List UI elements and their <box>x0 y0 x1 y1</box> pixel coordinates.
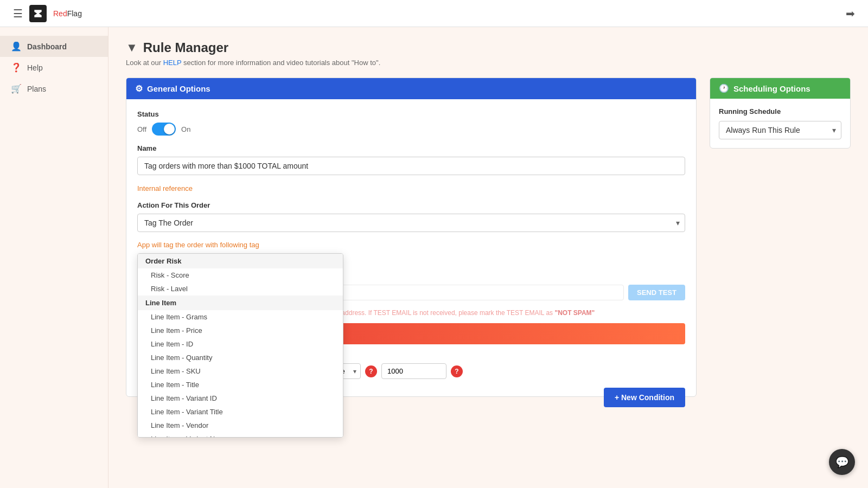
action-group: Action For This Order Tag The Order Send… <box>137 201 685 232</box>
tag-note: App will tag the order with following ta… <box>137 241 685 249</box>
dashboard-icon: 👤 <box>11 41 22 52</box>
name-label: Name <box>137 144 685 152</box>
dropdown-item-li-title[interactable]: Line Item - Title <box>138 378 343 391</box>
page-header: ▼ Rule Manager <box>126 40 851 55</box>
condition-value-type-help-button[interactable]: ? <box>365 365 377 377</box>
dropdown-section-line-item: Line Item <box>138 296 343 310</box>
status-toggle[interactable] <box>152 123 176 136</box>
dropdown-overlay: Order Risk Risk - Score Risk - Lavel Lin… <box>137 253 685 300</box>
scheduling-header: 🕐 Scheduling Options <box>710 78 850 99</box>
chat-bubble[interactable]: 💬 <box>829 449 855 475</box>
internal-reference-link[interactable]: Internal reference <box>137 184 193 192</box>
dropdown-item-li-variant-title[interactable]: Line Item - Variant Title <box>138 405 343 419</box>
page-title: Rule Manager <box>143 40 228 55</box>
help-link[interactable]: HELP <box>163 59 182 67</box>
name-input[interactable] <box>137 157 685 175</box>
schedule-select[interactable]: Always Run This Rule Run On Schedule <box>719 121 841 139</box>
action-select[interactable]: Tag The Order Send Email Add Note Cancel… <box>137 214 685 232</box>
dropdown-item-li-grams[interactable]: Line Item - Grams <box>138 310 343 324</box>
hamburger-menu[interactable]: ☰ <box>13 7 23 20</box>
dropdown-item-risk-lavel[interactable]: Risk - Lavel <box>138 282 343 296</box>
condition-value-help-button[interactable]: ? <box>451 365 463 377</box>
page-subtitle: Look at our HELP section for more inform… <box>126 59 851 67</box>
send-test-button[interactable]: SEND TEST <box>628 285 685 300</box>
status-off-label: Off <box>137 125 146 133</box>
dropdown-menu[interactable]: Order Risk Risk - Score Risk - Lavel Lin… <box>137 253 343 438</box>
dropdown-item-risk-score[interactable]: Risk - Score <box>138 268 343 282</box>
dropdown-item-li-variant-name[interactable]: Line Item - Variant Name <box>138 432 343 438</box>
status-group: Status Off On <box>137 110 685 136</box>
gear-icon: ⚙ <box>135 84 143 94</box>
logo-text: RedFlag <box>53 9 82 18</box>
logout-icon[interactable]: ➡ <box>846 7 855 20</box>
schedule-label: Running Schedule <box>719 107 841 115</box>
scheduling-card: 🕐 Scheduling Options Running Schedule Al… <box>710 78 851 149</box>
clock-icon: 🕐 <box>719 84 729 93</box>
logo-icon <box>29 5 47 22</box>
dropdown-item-li-quantity[interactable]: Line Item - Quantity <box>138 351 343 364</box>
sidebar-item-help[interactable]: ❓ Help <box>0 57 108 78</box>
main-content: ▼ Rule Manager Look at our HELP section … <box>108 27 868 488</box>
name-group: Name Internal reference <box>137 144 685 192</box>
sidebar-item-plans[interactable]: 🛒 Plans <box>0 78 108 99</box>
filter-icon: ▼ <box>126 41 138 55</box>
status-on-label: On <box>181 125 190 133</box>
dropdown-item-li-sku[interactable]: Line Item - SKU <box>138 364 343 378</box>
chat-icon: 💬 <box>835 455 849 468</box>
dropdown-item-li-price[interactable]: Line Item - Price <box>138 324 343 337</box>
general-options-card: ⚙ General Options Status Off <box>126 78 697 397</box>
new-condition-button[interactable]: + New Condition <box>604 388 685 407</box>
action-label: Action For This Order <box>137 201 685 209</box>
sidebar: 👤 Dashboard ❓ Help 🛒 Plans <box>0 27 108 488</box>
scheduling-sidebar: 🕐 Scheduling Options Running Schedule Al… <box>710 78 851 407</box>
dropdown-section-order-risk: Order Risk <box>138 254 343 268</box>
general-options-header: ⚙ General Options <box>126 78 696 99</box>
dropdown-item-li-id[interactable]: Line Item - ID <box>138 337 343 351</box>
dropdown-item-li-vendor[interactable]: Line Item - Vendor <box>138 419 343 432</box>
status-label: Status <box>137 110 685 118</box>
dropdown-item-li-variant-id[interactable]: Line Item - Variant ID <box>138 391 343 405</box>
condition-value-input[interactable] <box>381 363 446 379</box>
plans-icon: 🛒 <box>11 84 22 94</box>
sidebar-item-dashboard[interactable]: 👤 Dashboard <box>0 36 108 57</box>
help-icon: ❓ <box>11 62 22 73</box>
